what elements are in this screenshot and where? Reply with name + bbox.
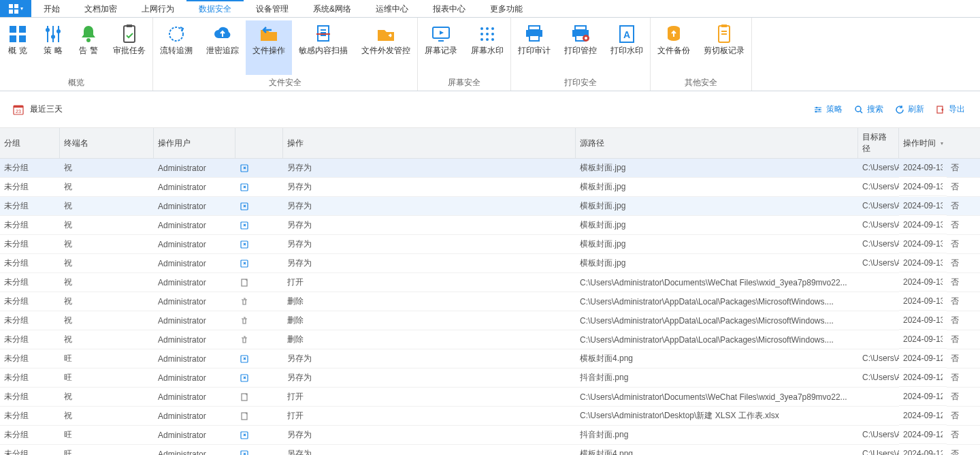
cell-usb: 否: [947, 273, 980, 292]
cell-op: 打开: [283, 407, 576, 426]
menu-tab-3[interactable]: 数据安全: [186, 0, 244, 17]
cell-user: Administrator: [154, 292, 235, 311]
menu-tab-2[interactable]: 上网行为: [129, 0, 186, 17]
ribbon-btn-letter-a[interactable]: A打印水印: [604, 20, 650, 75]
menu-tab-4[interactable]: 设备管理: [244, 0, 301, 17]
cell-op: 另存为: [283, 235, 576, 254]
op-save-icon: [240, 259, 249, 268]
ribbon-btn-grid[interactable]: 概 览: [0, 20, 35, 75]
cell-usb: 否: [947, 445, 980, 455]
cell-group: 未分组: [0, 445, 60, 455]
cell-op: 另存为: [283, 178, 576, 197]
column-header-user[interactable]: 操作用户: [154, 128, 235, 159]
cell-dst: C:\Users\Administrator\Desktop\横板封面6.jpg: [858, 159, 899, 178]
cell-usb: 否: [947, 311, 980, 330]
menu-tab-8[interactable]: 更多功能: [478, 0, 535, 17]
cell-user: Administrator: [154, 197, 235, 216]
cell-group: 未分组: [0, 178, 60, 197]
column-header-terminal[interactable]: 终端名: [60, 128, 154, 159]
cell-user: Administrator: [154, 388, 235, 407]
clipboard-icon: [118, 23, 140, 45]
refresh-icon: [894, 104, 905, 115]
cell-src: 横板封面4.png: [576, 445, 858, 455]
ribbon-btn-folder-out[interactable]: 文件外发管控: [355, 20, 417, 75]
ribbon-btn-clipboard[interactable]: 审批任务: [106, 20, 152, 75]
column-header-op[interactable]: 操作: [283, 128, 576, 159]
ribbon-group-label: 概览: [0, 75, 152, 91]
menu-tab-5[interactable]: 系统&网络: [301, 0, 363, 17]
menu-tab-7[interactable]: 报表中心: [421, 0, 478, 17]
cell-opicon: [235, 273, 283, 292]
cell-dst: C:\Users\Administrator\Desktop\封面\九月\9.1…: [858, 368, 899, 388]
cell-time: 2024-09-13 08:35:21: [899, 292, 947, 311]
column-header-opicon[interactable]: [235, 128, 283, 159]
ribbon-btn-monitor-play[interactable]: 屏幕记录: [418, 20, 464, 75]
menu-tab-0[interactable]: 开始: [31, 0, 72, 17]
svg-point-53: [816, 106, 817, 108]
ribbon-btn-bell[interactable]: 告 警: [71, 20, 106, 75]
cell-op: 另存为: [283, 216, 576, 235]
cell-time: 2024-09-12 16:26:00: [899, 426, 947, 444]
ribbon-btn-doc-scan[interactable]: 敏感内容扫描: [292, 20, 355, 75]
date-range-label[interactable]: 最近三天: [30, 104, 63, 115]
svg-point-13: [56, 29, 61, 33]
cell-user: Administrator: [154, 273, 235, 292]
cell-time: 2024-09-13 10:22:14: [899, 178, 947, 196]
cell-group: 未分组: [0, 368, 60, 388]
search-button[interactable]: 搜索: [851, 102, 886, 116]
column-header-time[interactable]: 操作时间: [899, 128, 980, 159]
svg-point-56: [855, 106, 861, 112]
cell-group: 未分组: [0, 235, 60, 254]
export-button[interactable]: 导出: [932, 102, 968, 116]
cell-src: 横板封面.jpg: [576, 235, 858, 254]
cell-opicon: [235, 178, 283, 197]
ribbon-btn-clipboard2[interactable]: 剪切板记录: [697, 20, 751, 75]
ribbon-btn-sliders[interactable]: 策 略: [35, 20, 71, 75]
file-operations-table: 分组终端名操作用户操作源路径目标路径操作时间U盘未分组祝Administrato…: [0, 128, 980, 455]
svg-point-34: [491, 38, 494, 41]
ribbon-btn-db-up[interactable]: 文件备份: [651, 20, 697, 75]
op-delete-icon: [240, 335, 249, 345]
cell-time: 2024-09-13 09:18:41: [899, 254, 947, 272]
ribbon-btn-rotate[interactable]: 流转追溯: [153, 20, 199, 75]
cell-terminal: 祝: [60, 235, 154, 254]
cell-time: 2024-09-12 17:57:44: [899, 368, 947, 387]
refresh-button[interactable]: 刷新: [892, 102, 927, 116]
cell-time: 2024-09-12 17:14:46: [899, 388, 947, 406]
cell-op: 另存为: [283, 445, 576, 455]
column-header-dst[interactable]: 目标路径: [858, 128, 899, 159]
cell-terminal: 祝: [60, 388, 154, 407]
cell-src: 抖音封面.png: [576, 368, 858, 388]
svg-point-14: [86, 38, 91, 42]
strategy-button[interactable]: 策略: [810, 102, 845, 116]
cell-time: 2024-09-13 08:35:20: [899, 311, 947, 330]
ribbon-btn-printer-gear[interactable]: 打印管控: [557, 20, 604, 75]
ribbon-btn-printer[interactable]: 打印审计: [511, 20, 557, 75]
cell-op: 删除: [283, 330, 576, 349]
cell-usb: 否: [947, 426, 980, 445]
cell-opicon: [235, 311, 283, 330]
cell-src: C:\Users\Administrator\AppData\Local\Pac…: [576, 311, 858, 330]
svg-point-30: [486, 33, 489, 35]
cell-time: 2024-09-13 08:50:37: [899, 273, 947, 292]
ribbon-btn-folder-arrow[interactable]: 文件操作: [246, 20, 292, 75]
svg-point-55: [815, 110, 817, 112]
cell-dst: [858, 388, 899, 407]
cell-time: 2024-09-13 08:35:20: [899, 330, 947, 349]
ribbon-btn-dots[interactable]: 屏幕水印: [464, 20, 510, 75]
svg-point-17: [169, 27, 183, 41]
cell-terminal: 旺: [60, 349, 154, 368]
cell-group: 未分组: [0, 407, 60, 426]
folder-out-icon: [375, 23, 397, 45]
cell-opicon: [235, 388, 283, 407]
menu-tab-6[interactable]: 运维中心: [363, 0, 421, 17]
cell-usb: 否: [947, 407, 980, 426]
column-header-group[interactable]: 分组: [0, 128, 60, 159]
svg-point-42: [585, 37, 587, 40]
cell-terminal: 旺: [60, 368, 154, 388]
app-menu-button[interactable]: [0, 0, 31, 17]
svg-rect-2: [9, 10, 13, 14]
column-header-src[interactable]: 源路径: [576, 128, 858, 159]
ribbon-btn-cloud-up[interactable]: 泄密追踪: [199, 20, 246, 75]
menu-tab-1[interactable]: 文档加密: [72, 0, 129, 17]
